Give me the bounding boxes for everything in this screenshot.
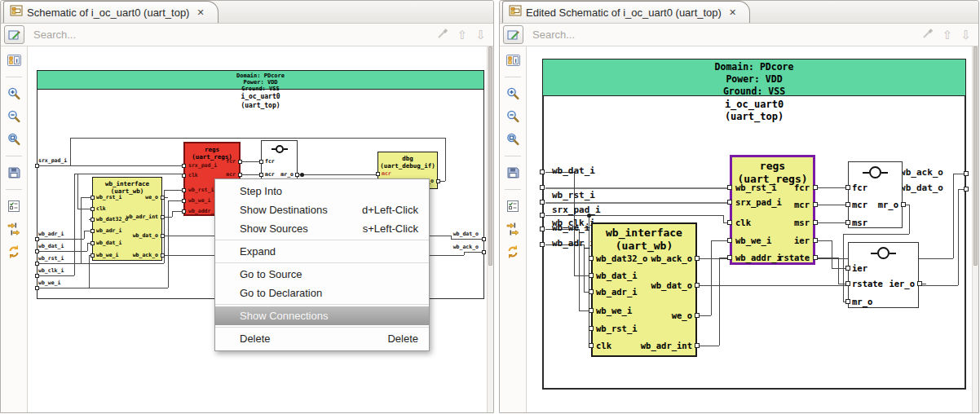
port-pin-wb_adr_int[interactable]	[695, 343, 700, 348]
trace-connections-button[interactable]	[3, 220, 24, 238]
input-pin-srx_pad_i[interactable]	[540, 200, 545, 205]
port-pin-mr_o[interactable]	[845, 299, 850, 304]
port-pin-msr[interactable]	[813, 220, 818, 225]
port-pin-wb_we_i[interactable]	[182, 199, 186, 203]
zoom-fit-button[interactable]	[3, 130, 24, 148]
port-pin-wb_dat_o[interactable]	[695, 283, 700, 288]
search-input[interactable]	[531, 28, 921, 42]
input-pin-wb_dat_i[interactable]	[540, 170, 545, 174]
tab-schematic[interactable]: Schematic of i_oc_uart0 (uart_top) ✕	[3, 1, 219, 23]
input-pin-wb_rst_i[interactable]	[540, 185, 545, 190]
port-pin-wb_dat_i[interactable]	[90, 241, 95, 245]
port-pin-mr_o[interactable]	[901, 202, 906, 207]
port-pin-wb_ack_o[interactable]	[161, 253, 165, 258]
port-pin-fcr[interactable]	[813, 185, 818, 190]
input-pin-wb_clk_i[interactable]	[35, 274, 39, 278]
menu-item-step-into[interactable]: Step Into	[215, 182, 429, 200]
port-pin-mcr[interactable]	[259, 173, 263, 177]
port-pin-mcr[interactable]	[376, 172, 380, 176]
port-pin-mcr[interactable]	[238, 173, 242, 177]
port-pin-wb_rst_i[interactable]	[589, 326, 594, 331]
port-pin-clk[interactable]	[727, 220, 732, 225]
reload-button[interactable]	[502, 243, 523, 261]
trace-connections-button[interactable]	[502, 220, 523, 238]
input-pin-srx_pad_i[interactable]	[35, 164, 39, 168]
port-pin-wb_rst_i[interactable]	[90, 196, 95, 200]
output-pin-wb_dat_o[interactable]	[964, 187, 969, 192]
reload-button[interactable]	[3, 243, 24, 261]
port-pin-ier[interactable]	[813, 238, 818, 243]
zoom-out-button[interactable]	[3, 108, 24, 126]
input-pin-wb_adr_i[interactable]	[540, 242, 545, 247]
port-pin-wb_dat_o[interactable]	[161, 234, 165, 238]
vertical-scrollbar[interactable]	[487, 46, 493, 412]
port-pin-wb_dat_i[interactable]	[589, 273, 594, 278]
tab-close-icon[interactable]: ✕	[196, 7, 204, 18]
output-pin-wb_dat_o[interactable]	[482, 237, 486, 241]
block-symbol[interactable]: fcrmcrmsrmr_o	[848, 161, 903, 228]
port-pin-wb_addr_i[interactable]	[182, 209, 186, 214]
port-pin-wb_ack_o[interactable]	[695, 256, 700, 261]
vertical-scrollbar[interactable]	[972, 46, 978, 412]
port-pin-fcr[interactable]	[238, 160, 242, 164]
port-pin-wb_adr_i[interactable]	[589, 289, 594, 294]
port-pin-ier[interactable]	[845, 266, 850, 271]
port-pin-_o[interactable]	[436, 179, 440, 183]
block-symbol[interactable]: ierrstatemr_oier_o	[848, 242, 919, 308]
output-pin-wb_ack_o[interactable]	[964, 171, 969, 176]
options-button[interactable]	[3, 197, 24, 215]
clear-search-icon[interactable]	[436, 27, 449, 43]
menu-item-delete[interactable]: DeleteDelete	[215, 329, 429, 348]
input-pin-wb_adr_i[interactable]	[35, 237, 39, 241]
input-pin-wb_rst_i[interactable]	[35, 262, 39, 266]
scrollbar-thumb[interactable]	[973, 46, 978, 266]
block-wb_interface[interactable]: wb_interface(uart_wb)wb_dat32_owb_dat_iw…	[591, 222, 697, 357]
port-pin-we_o[interactable]	[695, 313, 700, 318]
port-pin-rstate[interactable]	[813, 255, 818, 260]
search-previous-icon[interactable]: ⇧	[942, 29, 953, 41]
port-pin-clk[interactable]	[589, 343, 594, 348]
block-symbol[interactable]: fcrmcrmr_o	[261, 140, 298, 181]
port-pin-mcr[interactable]	[845, 202, 850, 207]
search-next-icon[interactable]: ⇩	[960, 29, 971, 41]
output-pin-wb_ack_o[interactable]	[482, 250, 486, 254]
port-pin-wb_rst_i[interactable]	[727, 185, 732, 190]
port-pin-fcr[interactable]	[259, 160, 263, 164]
menu-item-go-to-source[interactable]: Go to Source	[215, 265, 429, 284]
port-pin-srx_pad_i[interactable]	[727, 200, 732, 205]
input-pin-wb_we_i[interactable]	[540, 227, 545, 231]
search-filter-button[interactable]	[503, 25, 523, 44]
port-pin-srx_pad_i[interactable]	[182, 164, 186, 168]
port-pin-wb_we_i[interactable]	[90, 253, 95, 258]
properties-button[interactable]: i	[502, 51, 523, 69]
port-pin-wb_we_i[interactable]	[727, 238, 732, 243]
save-button[interactable]	[502, 164, 523, 182]
zoom-in-button[interactable]	[3, 85, 24, 103]
clear-search-icon[interactable]	[921, 27, 934, 43]
menu-item-show-sources[interactable]: Show Sourcess+Left-Click	[215, 219, 429, 238]
input-pin-wb_dat_i[interactable]	[35, 249, 39, 253]
input-pin-wb_we_i[interactable]	[35, 286, 39, 290]
port-pin-wb_dat32_o[interactable]	[90, 218, 95, 222]
options-button[interactable]	[502, 197, 523, 215]
tab-edited-schematic[interactable]: Edited Schematic of i_oc_uart0 (uart_top…	[502, 1, 750, 23]
tab-close-icon[interactable]: ✕	[729, 7, 736, 18]
port-pin-wb_rst_i[interactable]	[182, 188, 186, 192]
schematic-canvas[interactable]: Domain: PDcorePower: VDDGround: VSSi_oc_…	[528, 46, 972, 412]
menu-item-show-destinations[interactable]: Show Destinationsd+Left-Click	[215, 200, 429, 219]
zoom-out-button[interactable]	[502, 108, 523, 126]
menu-item-show-connections[interactable]: Show Connections	[215, 306, 429, 325]
port-pin-rstate[interactable]	[845, 281, 850, 286]
port-pin-ier_o[interactable]	[917, 281, 922, 286]
zoom-in-button[interactable]	[502, 85, 523, 103]
port-pin-msr[interactable]	[845, 220, 850, 225]
zoom-fit-button[interactable]	[502, 130, 523, 148]
port-pin-wb_we_i[interactable]	[589, 308, 594, 313]
search-filter-button[interactable]	[4, 25, 24, 44]
search-input[interactable]	[32, 28, 436, 42]
block-regs[interactable]: regs(uart_regs)wb_rst_isrx_pad_iclkwb_we…	[730, 155, 815, 265]
properties-button[interactable]: i	[3, 51, 24, 69]
menu-item-expand[interactable]: Expand	[215, 242, 429, 261]
search-previous-icon[interactable]: ⇧	[457, 29, 468, 41]
port-pin-we_o[interactable]	[161, 196, 165, 200]
